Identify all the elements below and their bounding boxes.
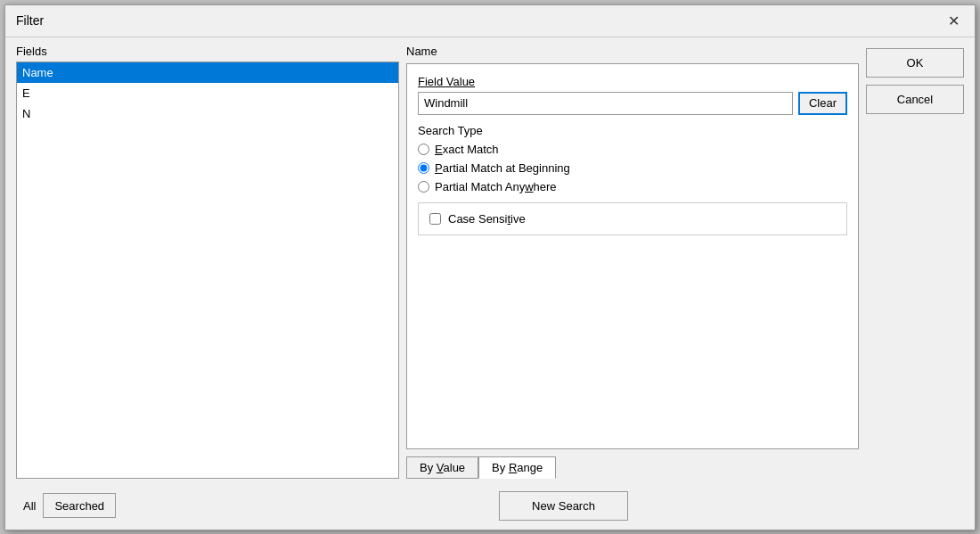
title-bar: Filter ✕ [5,5,975,37]
tab-by-value[interactable]: By Value [406,456,478,479]
tab-by-range[interactable]: By Range [478,456,556,479]
field-value-input-row: Clear [418,92,847,115]
exact-match-radio[interactable] [418,144,429,155]
fields-list-item-n[interactable]: N [17,103,398,124]
fields-list: Name E N [16,62,399,479]
all-tab-label: All [16,496,43,516]
new-search-button[interactable]: New Search [499,491,628,521]
clear-button[interactable]: Clear [798,92,847,115]
ok-button[interactable]: OK [866,48,964,78]
filter-dialog: Filter ✕ Fields Name E N Name Field Valu… [4,4,976,530]
dialog-footer: All Searched New Search [5,486,975,530]
case-sensitive-checkbox[interactable] [429,213,441,225]
exact-match-label: Exact Match [435,143,499,156]
left-panel: Fields Name E N [16,45,399,479]
searched-button[interactable]: Searched [43,493,116,518]
field-value-input[interactable] [418,92,793,115]
field-value-row: Field Value Clear [418,75,847,115]
partial-any-radio-row[interactable]: Partial Match Anywhere [418,180,847,193]
partial-begin-radio[interactable] [418,162,429,174]
dialog-body: Fields Name E N Name Field Value Clear [5,37,975,486]
partial-any-radio[interactable] [418,181,429,193]
partial-any-label: Partial Match Anywhere [435,180,557,193]
case-sensitive-label: Case Sensitive [448,212,526,226]
fields-label: Fields [16,45,399,58]
case-sensitive-section: Case Sensitive [418,202,847,235]
middle-panel: Name Field Value Clear Search Type Exact… [406,45,859,479]
field-name-label: Name [406,45,859,58]
tabs-row: By Value By Range [406,456,859,479]
fields-list-item-e[interactable]: E [17,83,398,103]
close-button[interactable]: ✕ [943,10,964,31]
dialog-title: Filter [16,13,44,28]
partial-begin-radio-row[interactable]: Partial Match at Beginning [418,161,847,175]
partial-begin-label: Partial Match at Beginning [435,161,570,175]
search-type-label: Search Type [418,124,847,137]
fields-list-item-name[interactable]: Name [17,62,398,83]
cancel-button[interactable]: Cancel [866,85,964,114]
field-value-label: Field Value [418,75,847,88]
right-panel: OK Cancel [866,45,964,479]
case-sensitive-box: Case Sensitive [418,202,847,235]
exact-match-radio-row[interactable]: Exact Match [418,143,847,156]
search-type-section: Search Type Exact Match Partial Match at… [418,124,847,193]
filter-box: Field Value Clear Search Type Exact Matc… [406,63,859,449]
